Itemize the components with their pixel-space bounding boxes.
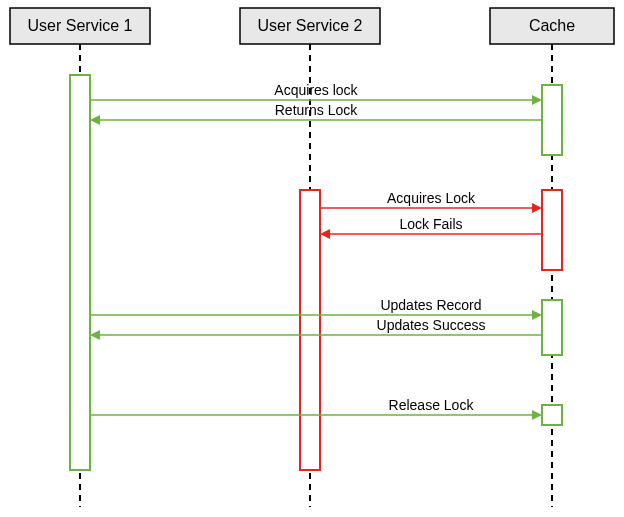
participant-label: User Service 1 <box>28 17 133 34</box>
activation-cache-1 <box>542 85 562 155</box>
participant-label: Cache <box>529 17 575 34</box>
arrowhead-icon <box>320 229 330 239</box>
activation-user-service-1 <box>70 75 90 470</box>
participant-label: User Service 2 <box>258 17 363 34</box>
arrowhead-icon <box>90 115 100 125</box>
arrowhead-icon <box>532 310 542 320</box>
message-label: Acquires Lock <box>387 190 476 206</box>
arrowhead-icon <box>532 203 542 213</box>
arrowhead-icon <box>532 95 542 105</box>
arrowhead-icon <box>532 410 542 420</box>
message-label: Acquires lock <box>274 82 358 98</box>
message-label: Returns Lock <box>275 102 358 118</box>
message-label: Updates Success <box>377 317 486 333</box>
activation-cache-3 <box>542 300 562 355</box>
activation-cache-4 <box>542 405 562 425</box>
message-label: Release Lock <box>389 397 475 413</box>
sequence-diagram: User Service 1 User Service 2 Cache Acqu… <box>0 0 624 517</box>
activation-cache-2 <box>542 190 562 270</box>
activation-user-service-2 <box>300 190 320 470</box>
message-label: Lock Fails <box>399 216 462 232</box>
message-label: Updates Record <box>380 297 481 313</box>
arrowhead-icon <box>90 330 100 340</box>
